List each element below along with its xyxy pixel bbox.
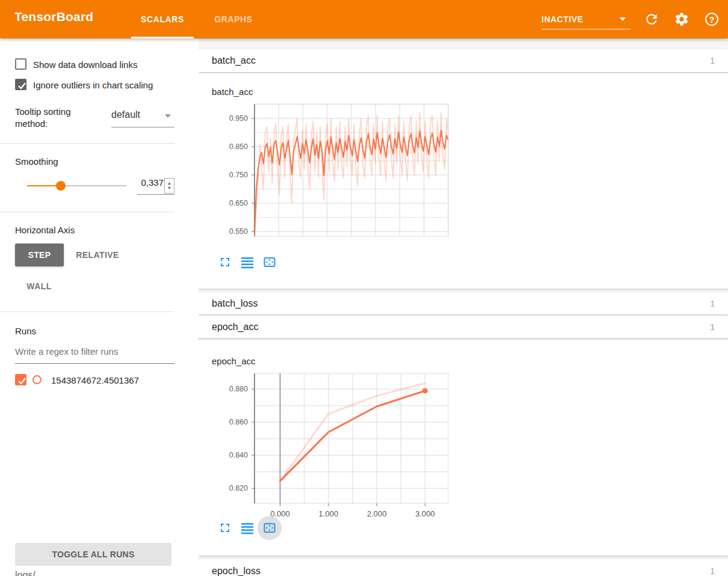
- horizontal-lines-icon[interactable]: [240, 255, 254, 269]
- section-title: epoch_acc: [212, 316, 258, 338]
- help-icon[interactable]: ?: [704, 11, 720, 27]
- refresh-icon[interactable]: [644, 11, 659, 27]
- stepper-up-icon[interactable]: ▲: [167, 181, 171, 186]
- logs-path-label: logs/: [15, 570, 35, 576]
- status-dropdown[interactable]: INACTIVE: [541, 9, 631, 29]
- ignore-outliers-label: Ignore outliers in chart scaling: [33, 80, 176, 90]
- settings-gear-icon[interactable]: [674, 11, 689, 27]
- horizontal-lines-icon[interactable]: [240, 521, 254, 535]
- slider-thumb[interactable]: [56, 181, 66, 191]
- axis-option-relative[interactable]: RELATIVE: [67, 244, 128, 266]
- show-data-download-links-label: Show data download links: [33, 60, 176, 70]
- section-count-badge: 1: [710, 559, 715, 576]
- toggle-all-runs-button[interactable]: TOGGLE ALL RUNS: [15, 543, 171, 566]
- svg-text:0.650: 0.650: [229, 199, 248, 207]
- section-header-batch-acc[interactable]: batch_acc 1: [199, 49, 728, 72]
- svg-text:0.950: 0.950: [229, 114, 248, 123]
- svg-text:0.880: 0.880: [229, 385, 248, 393]
- svg-text:0.860: 0.860: [229, 418, 248, 426]
- section-count-badge: 1: [710, 316, 715, 338]
- run-isolate-radio[interactable]: [32, 375, 42, 384]
- divider: [0, 143, 174, 144]
- svg-text:0.850: 0.850: [229, 142, 248, 151]
- batch-acc-chart: 0.9500.8500.7500.6500.550: [199, 97, 463, 249]
- section-count-badge: 1: [710, 49, 715, 72]
- section-header-epoch-acc[interactable]: epoch_acc 1: [199, 316, 728, 338]
- svg-text:0.840: 0.840: [229, 451, 248, 459]
- fit-domain-icon[interactable]: [262, 255, 277, 269]
- tab-scalars[interactable]: SCALARS: [131, 0, 194, 38]
- runs-label: Runs: [15, 326, 36, 336]
- runs-filter-input[interactable]: [15, 346, 174, 357]
- run-name: 1543874672.4501367: [51, 375, 139, 385]
- input-underline: [137, 194, 174, 195]
- check-icon: [16, 375, 28, 387]
- chart-title: batch_acc: [212, 87, 253, 97]
- svg-text:1.000: 1.000: [319, 509, 339, 518]
- sidebar: Show data download links Ignore outliers…: [0, 38, 199, 576]
- divider: [0, 311, 174, 312]
- section-title: batch_loss: [212, 292, 258, 314]
- smoothing-stepper[interactable]: ▲ ▼: [164, 178, 174, 194]
- tab-graphs[interactable]: GRAPHS: [202, 0, 265, 38]
- section-count-badge: 1: [710, 292, 715, 314]
- section-header-epoch-loss[interactable]: epoch_loss 1: [199, 559, 728, 576]
- tooltip-sorting-value: default: [111, 109, 140, 120]
- input-underline: [15, 363, 174, 364]
- section-title: epoch_loss: [212, 559, 261, 576]
- svg-text:3.000: 3.000: [415, 509, 435, 518]
- fit-domain-icon[interactable]: [262, 521, 277, 535]
- divider: [0, 212, 174, 212]
- axis-option-step[interactable]: STEP: [15, 244, 64, 266]
- fullscreen-icon[interactable]: [218, 521, 232, 535]
- chevron-down-icon: [620, 17, 626, 21]
- tab-bar: SCALARS GRAPHS: [131, 0, 265, 38]
- svg-text:2.000: 2.000: [367, 509, 387, 518]
- svg-text:0.820: 0.820: [229, 484, 248, 492]
- app-header: TensorBoard SCALARS GRAPHS INACTIVE ?: [0, 0, 728, 38]
- smoothing-value-input[interactable]: [137, 177, 164, 188]
- section-title: batch_acc: [212, 49, 256, 72]
- section-header-batch-loss[interactable]: batch_loss 1: [199, 292, 728, 314]
- fullscreen-icon[interactable]: [218, 255, 232, 269]
- icon-ripple: [258, 516, 282, 540]
- app-title: TensorBoard: [14, 10, 93, 24]
- smoothing-label: Smoothing: [15, 156, 58, 167]
- run-checkbox[interactable]: [15, 374, 26, 385]
- status-dropdown-value: INACTIVE: [541, 14, 583, 24]
- stepper-down-icon[interactable]: ▼: [167, 186, 171, 191]
- chart-title: epoch_acc: [212, 356, 256, 366]
- chevron-down-icon: [165, 114, 171, 118]
- check-icon: [16, 79, 28, 92]
- smoothing-slider[interactable]: [27, 185, 126, 186]
- dropdown-underline: [111, 127, 174, 127]
- show-data-download-links-checkbox[interactable]: [15, 58, 26, 70]
- tooltip-sorting-label: Tooltip sorting method:: [15, 106, 99, 130]
- svg-text:0.750: 0.750: [229, 171, 248, 179]
- svg-text:0.550: 0.550: [229, 227, 248, 236]
- axis-option-wall[interactable]: WALL: [20, 275, 58, 298]
- ignore-outliers-checkbox[interactable]: [15, 79, 26, 90]
- epoch-acc-chart: 0.8800.8600.8400.8200.0001.0002.0003.000: [199, 367, 463, 522]
- tooltip-sorting-dropdown[interactable]: default: [111, 109, 174, 127]
- horizontal-axis-label: Horizontal Axis: [15, 225, 75, 235]
- epoch-acc-chart-card: epoch_acc 0.8800.8600.8400.8200.0001.000…: [199, 340, 728, 556]
- batch-acc-chart-card: batch_acc 0.9500.8500.7500.6500.550: [199, 73, 728, 289]
